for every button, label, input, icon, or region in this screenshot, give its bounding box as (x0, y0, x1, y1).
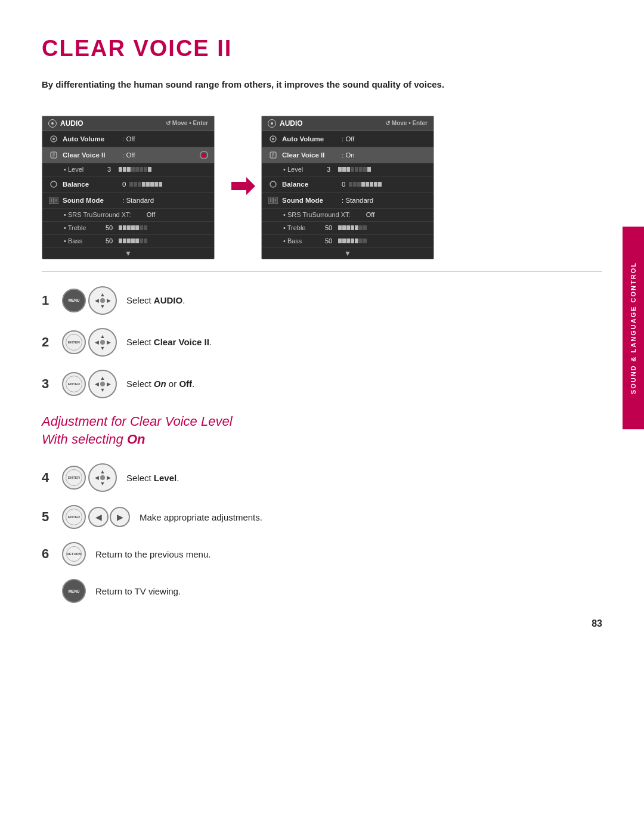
blb8 (159, 182, 162, 187)
screenshots-area: AUDIO ↺ Move • Enter Auto Volume : Off (42, 116, 602, 259)
treble-bar-before (119, 225, 147, 230)
lr-nav-5[interactable]: ◀ ▶ (88, 507, 130, 527)
step-6-row: 6 RETURN Return to the previous menu. (42, 542, 602, 566)
enter-button-5[interactable]: ENTER (62, 505, 86, 529)
step-6-number: 6 (42, 547, 52, 561)
nav-center-3 (100, 382, 105, 386)
srs-label-before: • SRS TruSurround XT: (64, 211, 141, 218)
sidebar-text: SOUND & LANGUAGE CONTROL (630, 262, 637, 394)
sound-mode-label-before: Sound Mode (63, 197, 122, 204)
blb2 (134, 182, 137, 187)
nav-down-1: ▼ (100, 304, 106, 309)
nav-up-3: ▲ (100, 375, 106, 381)
enter-button-4[interactable]: ENTER (62, 466, 86, 490)
nav-up-2: ▲ (100, 333, 106, 339)
step-1-row: 1 MENU ▲ ◀ ▶ ▼ Select AUDIO. (42, 286, 602, 315)
level-bullet-after: • Level (283, 166, 319, 173)
menu-label-1: MENU (68, 298, 79, 302)
balance-bar-before (129, 182, 162, 187)
nav-button-1[interactable]: ▲ ◀ ▶ ▼ (88, 286, 117, 315)
audio-icon-before (48, 119, 57, 128)
audio-icon-after (268, 119, 276, 128)
down-arrow-before: ▼ (42, 248, 214, 259)
sub-heading: Adjustment for Clear Voice Level With se… (42, 413, 602, 450)
enter-inner-3: ENTER (66, 376, 82, 392)
enter-button-2[interactable]: ENTER (62, 330, 86, 354)
lb7 (144, 167, 147, 172)
menu-label-final: MENU (68, 589, 79, 593)
step-menu-number (42, 584, 52, 597)
steps-section-2: 4 ENTER ▲ ◀ ▶ ▼ Select Leve (42, 463, 602, 603)
nav-up-4: ▲ (100, 469, 106, 475)
level-bar-before (119, 167, 151, 172)
auto-volume-label-after: Auto Volume (282, 135, 342, 143)
svg-point-18 (270, 181, 276, 187)
step-3-number: 3 (42, 377, 52, 391)
level-row-before: • Level 3 (42, 163, 214, 176)
menu-row-sound-mode-after: Sound Mode : Standard (262, 193, 434, 209)
treble-label-before: • Treble (64, 224, 100, 231)
step-3-bold-off: Off (179, 379, 192, 389)
nav-button-3[interactable]: ▲ ◀ ▶ ▼ (88, 370, 117, 398)
clear-voice-label-after: Clear Voice II (282, 151, 342, 159)
step-2-row: 2 ENTER ▲ ◀ ▶ ▼ Select Clea (42, 328, 602, 357)
nav-button-4[interactable]: ▲ ◀ ▶ ▼ (88, 463, 117, 492)
nav-arrows-2: ▲ ◀ ▶ ▼ (94, 333, 112, 351)
level-bullet-before: • Level (64, 166, 100, 173)
step-1-bold: AUDIO (154, 295, 182, 305)
blb1 (129, 182, 133, 187)
menu-row-auto-volume-before: Auto Volume : Off (42, 131, 214, 147)
step-5-icons: ENTER ◀ ▶ (62, 505, 130, 529)
step-4-number: 4 (42, 471, 52, 484)
menu-button-final[interactable]: MENU (62, 579, 86, 603)
step-6-icons: RETURN (62, 542, 86, 566)
srs-row-after: • SRS TruSurround XT: Off (262, 209, 434, 222)
step-4-row: 4 ENTER ▲ ◀ ▶ ▼ Select Leve (42, 463, 602, 492)
page-container: CLEAR VOICE II By differentiating the hu… (0, 0, 644, 653)
enter-inner-5: ENTER (66, 509, 82, 525)
blb5 (146, 182, 150, 187)
step-5-text: Make appropriate adjustments. (140, 511, 262, 524)
sub-heading-line2: With selecting (42, 432, 127, 447)
srs-row-before: • SRS TruSurround XT: Off (42, 209, 214, 222)
arrow-right (231, 177, 255, 197)
menu-button-1[interactable]: MENU (62, 289, 86, 312)
step-6-text: Return to the previous menu. (95, 548, 210, 561)
step-3-text: Select On or Off. (126, 377, 194, 390)
menu-before: AUDIO ↺ Move • Enter Auto Volume : Off (42, 116, 215, 259)
menu-row-sound-mode-before: Sound Mode : Standard (42, 193, 214, 209)
nav-down-3: ▼ (100, 387, 106, 393)
balance-label-after: Balance (282, 181, 342, 188)
clear-voice-label-before: Clear Voice II (63, 151, 122, 159)
sound-mode-label-after: Sound Mode (282, 197, 342, 204)
return-button-6[interactable]: RETURN (62, 542, 86, 566)
auto-volume-value-after: : Off (342, 135, 355, 143)
clear-voice-value-before: : Off (122, 151, 135, 159)
step-4-bold: Level (154, 473, 177, 483)
bass-num-after: 50 (323, 237, 335, 244)
treble-row-before: • Treble 50 (42, 222, 214, 235)
left-arrow-5[interactable]: ◀ (88, 507, 109, 527)
nav-center-1 (100, 298, 105, 303)
nav-left-2: ◀ (95, 339, 99, 345)
enter-label-3: ENTER (68, 382, 80, 386)
step-4-text: Select Level. (126, 472, 179, 484)
srs-value-before: Off (145, 211, 157, 218)
menu-row-clear-voice-before: Clear Voice II : Off ⬤ (42, 147, 214, 163)
lb2 (123, 167, 126, 172)
enter-button-3[interactable]: ENTER (62, 372, 86, 396)
balance-label-before: Balance (63, 181, 122, 188)
nav-button-2[interactable]: ▲ ◀ ▶ ▼ (88, 328, 117, 357)
step-menu-icons: MENU (62, 579, 86, 603)
audio-title-before: AUDIO (60, 119, 83, 128)
blb6 (150, 182, 154, 187)
nav-center-2 (100, 340, 105, 345)
lb1 (119, 167, 122, 172)
right-arrow-5[interactable]: ▶ (110, 507, 130, 527)
auto-volume-label-before: Auto Volume (63, 135, 122, 143)
balance-bar-after (349, 182, 382, 187)
level-row-after: • Level 3 (262, 163, 434, 176)
nav-right-3: ▶ (107, 381, 111, 387)
enter-label-4: ENTER (68, 476, 80, 479)
menu-header-before: AUDIO ↺ Move • Enter (42, 116, 214, 131)
